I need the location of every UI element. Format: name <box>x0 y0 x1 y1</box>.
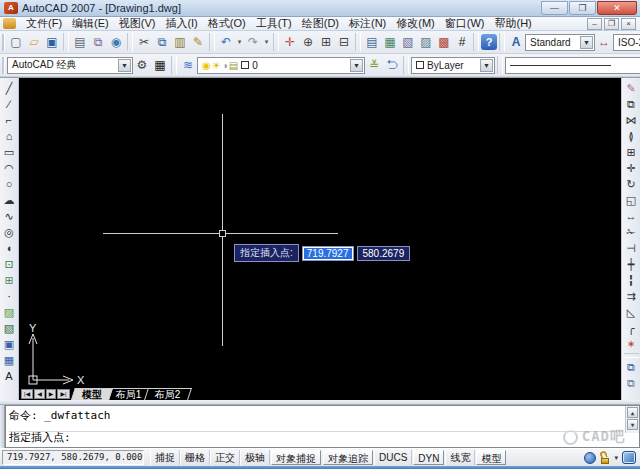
spline-icon[interactable]: ∿ <box>1 208 18 224</box>
table-icon[interactable]: ▦ <box>1 352 18 368</box>
scale-icon[interactable]: ◱ <box>623 192 640 208</box>
help-icon[interactable]: ? <box>481 34 497 50</box>
maximize-button[interactable]: ❐ <box>569 1 596 15</box>
copy-icon[interactable]: ⧉ <box>623 96 640 112</box>
pan-icon[interactable]: ✛ <box>281 33 299 51</box>
toggle-dyn[interactable]: DYN <box>413 450 444 465</box>
publish-icon[interactable]: ◉ <box>107 33 125 51</box>
communication-center-icon[interactable] <box>584 452 596 464</box>
save-workspace-icon[interactable]: ▦ <box>151 56 169 74</box>
dim-style-combo[interactable]: ISO-25 <box>613 34 640 51</box>
toolbar-grip[interactable] <box>2 34 5 51</box>
menu-window[interactable]: 窗口(W) <box>440 16 490 30</box>
layer-freeze-sun-icon[interactable]: ☀ <box>212 60 221 71</box>
region-icon[interactable]: ▣ <box>1 336 18 352</box>
tool-palettes-icon[interactable]: ▧ <box>399 33 417 51</box>
chevron-down-icon[interactable]: ▼ <box>350 59 363 72</box>
scroll-up-icon[interactable]: ▲ <box>627 407 638 418</box>
join-icon[interactable]: ⇉ <box>623 288 640 304</box>
break-icon[interactable]: ╏ <box>623 272 640 288</box>
toggle-polar[interactable]: 极轴 <box>240 450 270 465</box>
mtext-icon[interactable]: A <box>1 368 18 384</box>
toolbar-lock-icon[interactable] <box>600 451 610 464</box>
toggle-ducs[interactable]: DUCS <box>374 450 412 465</box>
plot-icon[interactable]: ▤ <box>71 33 89 51</box>
undo-icon[interactable]: ↶ <box>217 33 235 51</box>
menu-dimension[interactable]: 标注(N) <box>344 16 391 30</box>
chevron-down-icon[interactable]: ▼ <box>480 59 493 72</box>
erase-icon[interactable]: ✎ <box>623 80 640 96</box>
toggle-grid[interactable]: 栅格 <box>180 450 210 465</box>
mdi-restore-button[interactable]: ❐ <box>604 18 619 30</box>
revision-cloud-icon[interactable]: ☁ <box>1 192 18 208</box>
tab-model[interactable]: 模型 <box>71 388 113 400</box>
mirror-icon[interactable]: ⋈ <box>623 112 640 128</box>
offset-icon[interactable]: ≬ <box>623 128 640 144</box>
tab-nav-last[interactable]: ▶| <box>57 389 69 399</box>
tab-nav-first[interactable]: |◀ <box>21 389 33 399</box>
fillet-icon[interactable]: ╭ <box>623 320 640 336</box>
zoom-realtime-icon[interactable]: ⊕ <box>299 33 317 51</box>
layer-color-swatch[interactable] <box>241 61 249 69</box>
tab-nav-next[interactable]: ▶ <box>46 389 57 399</box>
minimize-button[interactable]: — <box>541 1 568 15</box>
menu-draw[interactable]: 绘图(D) <box>297 16 344 30</box>
text-style-combo[interactable]: Standard ▼ <box>525 34 595 51</box>
line-icon[interactable]: ╱ <box>1 80 18 96</box>
menu-tools[interactable]: 工具(T) <box>251 16 297 30</box>
text-style-icon[interactable]: A <box>507 33 525 51</box>
zoom-previous-icon[interactable]: ⊟ <box>335 33 353 51</box>
move-icon[interactable]: ✛ <box>623 160 640 176</box>
mdi-minimize-button[interactable]: – <box>587 18 602 30</box>
workspace-combo[interactable]: AutoCAD 经典 ▼ <box>7 57 133 74</box>
designcenter-icon[interactable]: ▦ <box>381 33 399 51</box>
toggle-lwt[interactable]: 线宽 <box>445 450 475 465</box>
ellipse-arc-icon[interactable]: ◖ <box>1 240 18 256</box>
menu-format[interactable]: 格式(O) <box>203 16 251 30</box>
trim-icon[interactable]: ✁ <box>623 224 640 240</box>
make-object-layer-current-icon[interactable]: ≚ <box>365 56 383 74</box>
paste-icon[interactable]: ▥ <box>171 33 189 51</box>
toggle-model[interactable]: 模型 <box>476 450 506 465</box>
toggle-ortho[interactable]: 正交 <box>210 450 240 465</box>
construction-line-icon[interactable]: ∕ <box>1 96 18 112</box>
open-icon[interactable]: ▱ <box>25 33 43 51</box>
save-icon[interactable]: ▣ <box>43 33 61 51</box>
match-properties-icon[interactable]: ✎ <box>189 33 207 51</box>
layer-on-bulb-icon[interactable]: ◉ <box>202 60 211 71</box>
chevron-down-icon[interactable]: ▼ <box>580 36 593 49</box>
toggle-snap[interactable]: 捕捉 <box>150 450 180 465</box>
point-icon[interactable]: · <box>1 288 18 304</box>
plot-preview-icon[interactable]: ⧉ <box>89 33 107 51</box>
break-at-point-icon[interactable]: ┿ <box>623 256 640 272</box>
coordinate-readout[interactable]: 719.7927, 580.2679, 0.0000 <box>2 450 144 465</box>
menu-view[interactable]: 视图(V) <box>114 16 161 30</box>
qnew-icon[interactable]: ▢ <box>7 33 25 51</box>
array-icon[interactable]: ⊞ <box>623 144 640 160</box>
draworder-front-icon[interactable]: ⧉ <box>623 359 640 375</box>
copy-clip-icon[interactable]: ⧉ <box>153 33 171 51</box>
sheetset-manager-icon[interactable]: ▨ <box>417 33 435 51</box>
circle-icon[interactable]: ○ <box>1 176 18 192</box>
dynamic-input-y-field[interactable]: 580.2679 <box>357 246 411 261</box>
rotate-icon[interactable]: ↻ <box>623 176 640 192</box>
draworder-back-icon[interactable]: ⧉ <box>623 375 640 391</box>
rectangle-icon[interactable]: ▭ <box>1 144 18 160</box>
zoom-window-icon[interactable]: ⊞ <box>317 33 335 51</box>
menu-help[interactable]: 帮助(H) <box>490 16 537 30</box>
linetype-combo[interactable] <box>505 57 640 74</box>
arc-icon[interactable]: ◠ <box>1 160 18 176</box>
workspace-settings-icon[interactable]: ⚙ <box>133 56 151 74</box>
extend-icon[interactable]: ⊣ <box>623 240 640 256</box>
redo-icon[interactable]: ↷ <box>244 33 262 51</box>
hatch-icon[interactable]: ▨ <box>1 304 18 320</box>
menu-edit[interactable]: 编辑(E) <box>67 16 114 30</box>
menu-file[interactable]: 文件(F) <box>21 16 67 30</box>
toggle-otrack[interactable]: 对象追踪 <box>323 450 373 465</box>
markupset-manager-icon[interactable]: ▩ <box>435 33 453 51</box>
redo-dropdown-icon[interactable]: ▾ <box>262 33 271 51</box>
menu-modify[interactable]: 修改(M) <box>391 16 440 30</box>
drawing-canvas[interactable]: 指定插入点: 719.7927 580.2679 Y X <box>19 78 621 389</box>
quickcalc-icon[interactable]: # <box>453 33 471 51</box>
dim-style-icon[interactable]: ↔ <box>595 33 613 51</box>
